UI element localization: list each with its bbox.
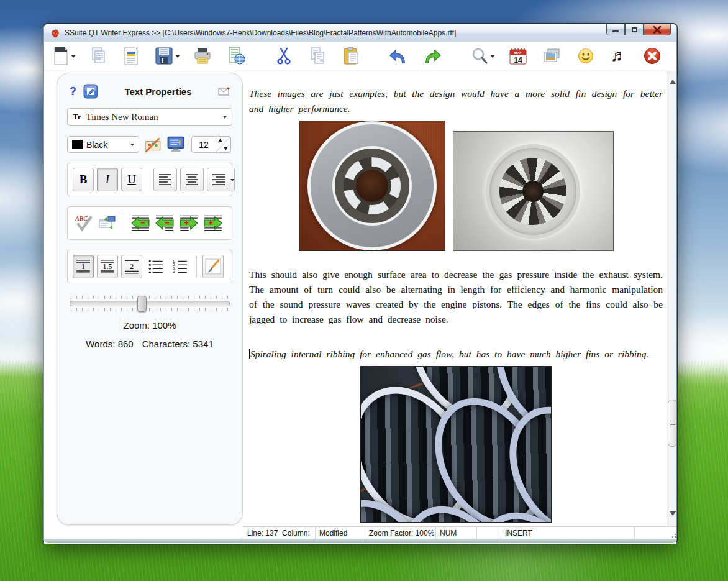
minimize-icon: [612, 30, 619, 32]
outdent-arrow-icon: −: [130, 214, 151, 232]
calendar-button[interactable]: MAY 14: [508, 45, 527, 66]
alignment-dropdown[interactable]: [230, 168, 235, 191]
print-preview-icon: [227, 47, 246, 65]
zoom-slider-handle[interactable]: [137, 296, 147, 312]
document-text[interactable]: These images are just examples, but the …: [243, 71, 667, 526]
slider-ticks-bottom: [71, 308, 229, 311]
find-dropdown-arrow-icon[interactable]: [490, 55, 495, 60]
copy-button[interactable]: [308, 45, 327, 66]
exhaust-pipe-photo-rusty[interactable]: [299, 121, 445, 251]
italic-button[interactable]: I: [97, 168, 118, 191]
save-icon: [155, 47, 173, 65]
status-insert-mode: INSERT: [501, 527, 635, 539]
svg-text:1.5: 1.5: [103, 262, 112, 271]
color-name-value: Black: [86, 140, 127, 150]
cut-button[interactable]: [275, 45, 293, 66]
close-icon: [653, 26, 662, 34]
print-preview-button[interactable]: [227, 45, 246, 66]
search-icon: [471, 47, 488, 65]
line-spacing-1-button[interactable]: 1: [73, 255, 94, 278]
exit-button[interactable]: [643, 45, 662, 66]
cut-icon: [275, 47, 293, 65]
help-button[interactable]: ?: [70, 85, 83, 98]
envelope-icon[interactable]: [218, 87, 230, 96]
new-dropdown-arrow-icon[interactable]: [71, 55, 76, 60]
align-center-button[interactable]: [180, 168, 204, 191]
spellcheck-button[interactable]: ABC: [73, 211, 94, 235]
indent-button[interactable]: +: [178, 211, 199, 235]
paragraph[interactable]: Spiraling internal ribbing for enhanced …: [249, 347, 663, 362]
align-center-icon: [184, 173, 199, 186]
spacing-2-icon: 2: [124, 258, 140, 275]
insert-music-note-button[interactable]: ♬: [611, 45, 627, 66]
font-size-spinner[interactable]: 12: [191, 136, 231, 153]
font-color-select[interactable]: Black: [67, 136, 139, 153]
status-empty: [477, 527, 501, 539]
document-template-button[interactable]: [123, 45, 139, 66]
line-spacing-2-button[interactable]: 2: [121, 255, 142, 278]
zoom-slider[interactable]: [70, 301, 230, 306]
numbered-list-button[interactable]: 1. 2. 3. 4.: [170, 255, 191, 278]
minimize-button[interactable]: [606, 24, 625, 35]
save-button[interactable]: [155, 45, 173, 66]
scroll-down-icon[interactable]: [670, 511, 676, 519]
insert-smiley-button[interactable]: [576, 45, 595, 66]
app-window: SSuite QT Writer Express >> [C:\Users\Wi…: [43, 24, 677, 544]
size-up-down-icon[interactable]: [216, 137, 230, 152]
insert-image-button[interactable]: [542, 45, 561, 66]
group-separator: [124, 213, 124, 234]
undo-icon: [389, 47, 407, 65]
align-left-button[interactable]: [153, 168, 177, 191]
close-button[interactable]: [644, 24, 671, 35]
scroll-up-icon[interactable]: [670, 76, 676, 84]
outdent-more-button[interactable]: −: [130, 211, 151, 235]
bold-button[interactable]: B: [73, 168, 94, 191]
outdent-button[interactable]: −: [154, 211, 175, 235]
open-file-button[interactable]: [89, 45, 107, 66]
align-justify-icon: [211, 173, 226, 186]
line-spacing-15-button[interactable]: 1.5: [97, 255, 118, 278]
indent-more-button[interactable]: +: [202, 211, 224, 235]
svg-text:4.: 4.: [173, 270, 176, 274]
indent-arrow-icon: +: [178, 214, 199, 232]
screen-font-button[interactable]: [166, 136, 185, 153]
print-button[interactable]: [193, 45, 212, 66]
new-document-icon: [53, 47, 69, 65]
font-family-select[interactable]: Tr Times New Roman: [67, 108, 232, 126]
save-dropdown-arrow-icon[interactable]: [175, 55, 180, 60]
window-title: SSuite QT Writer Express >> [C:\Users\Wi…: [65, 29, 456, 37]
strawberry-app-icon: [50, 28, 60, 38]
paste-icon: [342, 47, 360, 65]
window-controls: [606, 24, 671, 35]
resize-grip[interactable]: [635, 527, 676, 539]
spiral-pipes-render[interactable]: [360, 366, 552, 523]
paragraph[interactable]: This should also give enough surface are…: [249, 267, 663, 327]
exhaust-pipe-photo-steel[interactable]: [453, 131, 614, 251]
paste-button[interactable]: [342, 45, 360, 66]
font-glyph: Tr: [73, 112, 81, 122]
highlight-color-button[interactable]: [144, 137, 162, 153]
document-area[interactable]: These images are just examples, but the …: [243, 71, 676, 526]
status-bar: Line: 137 Column: 1 Modified Zoom Factor…: [243, 526, 676, 539]
scrollbar-thumb[interactable]: [668, 400, 676, 447]
underline-button[interactable]: U: [121, 168, 142, 191]
titlebar[interactable]: SSuite QT Writer Express >> [C:\Users\Wi…: [44, 24, 676, 42]
vertical-scrollbar[interactable]: [667, 71, 676, 526]
redo-icon: [423, 47, 442, 65]
undo-button[interactable]: [389, 45, 407, 66]
align-justify-button[interactable]: [207, 168, 230, 191]
format-painter-button[interactable]: [202, 255, 224, 278]
maximize-button[interactable]: [625, 24, 644, 35]
svg-text:−: −: [165, 219, 169, 227]
redo-button[interactable]: [423, 45, 442, 66]
editing-group: ABC: [67, 206, 232, 240]
bullet-list-button[interactable]: [145, 255, 166, 278]
paragraph[interactable]: These images are just examples, but the …: [249, 86, 663, 116]
text-properties-panel: ? Text Properties Tr Times New Roman: [57, 73, 243, 525]
edit-note-icon[interactable]: [83, 84, 98, 99]
svg-text:+: +: [184, 219, 189, 227]
move-text-button[interactable]: [97, 211, 118, 235]
new-document-button[interactable]: [53, 45, 69, 66]
find-button[interactable]: [471, 45, 488, 66]
zoom-slider-wrap: [67, 296, 232, 311]
